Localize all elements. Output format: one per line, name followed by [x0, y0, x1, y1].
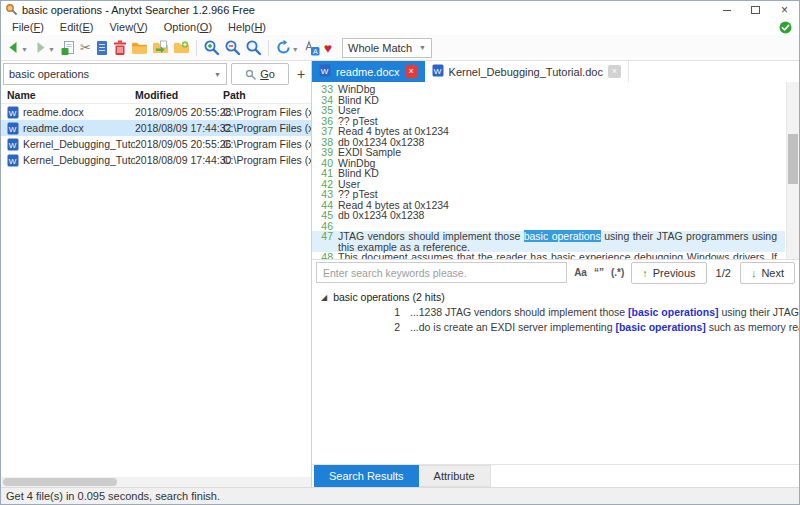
bottom-tab-attribute[interactable]: Attribute	[419, 465, 491, 487]
menu-item-edit[interactable]: Edit(E)	[52, 21, 102, 33]
document-line: 33WinDbg	[312, 84, 785, 95]
file-search-panel: basic operations ▼ Go + Name Modified Pa…	[1, 61, 312, 487]
results-group[interactable]: ◢ basic operations (2 hits)	[312, 290, 799, 305]
file-table-header: Name Modified Path	[1, 87, 311, 104]
file-name-cell: Wreadme.docx	[1, 106, 135, 119]
line-number: 48	[312, 252, 338, 260]
folder-icon	[131, 41, 148, 55]
menu-item-file[interactable]: File(F)	[4, 21, 52, 33]
delete-button[interactable]	[111, 37, 129, 58]
chevron-down-icon: ▼	[214, 71, 221, 78]
search-query-value: basic operations	[9, 68, 89, 80]
close-button[interactable]: ×	[770, 1, 799, 19]
window-title: basic operations - Anytxt Searcher 1.2.9…	[22, 4, 255, 16]
svg-text:W: W	[9, 124, 17, 133]
arrow-up-icon: ↑	[642, 267, 648, 279]
menu-item-option[interactable]: Option(O)	[156, 21, 220, 33]
match-mode-select[interactable]: Whole Match ▼	[342, 38, 432, 58]
line-number: 35	[312, 105, 338, 116]
tab-close-icon[interactable]: ×	[405, 65, 418, 78]
match-case-button[interactable]: Aa	[574, 267, 587, 278]
horizontal-scrollbar[interactable]	[1, 477, 311, 487]
previous-button[interactable]: ↑ Previous	[631, 262, 706, 284]
line-text: WinDbg	[338, 158, 785, 169]
statusbar: Get 4 file(s) in 0.095 seconds, search f…	[1, 487, 799, 504]
file-row[interactable]: Wreadme.docx2018/09/05 20:55:28C:\Progra…	[1, 104, 311, 120]
cut-button[interactable]: ✂	[78, 37, 93, 58]
new-document-button[interactable]	[58, 37, 78, 58]
back-button[interactable]: ▼	[4, 37, 31, 58]
search-results-panel: ◢ basic operations (2 hits) 1...1238 JTA…	[312, 286, 799, 466]
zoom-out-button[interactable]	[222, 37, 243, 58]
file-name: Kernel_Debugging_Tutorial....	[23, 138, 135, 150]
file-name-cell: Wreadme.docx	[1, 122, 135, 135]
line-text: User	[338, 105, 785, 116]
regex-button[interactable]: (.*)	[611, 267, 624, 278]
forward-button[interactable]: ▼	[31, 37, 58, 58]
result-match: [basic operations]	[615, 321, 705, 333]
document-tab[interactable]: WKernel_Debugging_Tutorial.doc×	[425, 61, 629, 82]
search-button[interactable]	[243, 37, 264, 58]
scrollbar-thumb[interactable]	[3, 478, 117, 486]
word-document-icon: W	[7, 122, 19, 135]
maximize-button[interactable]	[741, 1, 770, 19]
folder-import-button[interactable]	[150, 37, 171, 58]
file-modified: 2018/08/09 17:44:32	[135, 122, 223, 134]
paste-button[interactable]	[93, 37, 111, 58]
find-input[interactable]	[316, 262, 567, 283]
collapse-triangle-icon[interactable]: ◢	[321, 293, 327, 302]
line-text: JTAG vendors should implement those basi…	[338, 231, 785, 252]
word-document-icon: W	[7, 106, 19, 119]
font-button[interactable]: A	[302, 37, 322, 58]
document-line: 37Read 4 bytes at 0x1234	[312, 126, 785, 137]
line-text: WinDbg	[338, 84, 785, 95]
match-word-button[interactable]: “”	[594, 267, 604, 278]
titlebar: basic operations - Anytxt Searcher 1.2.9…	[1, 1, 799, 19]
menu-item-help[interactable]: Help(H)	[220, 21, 274, 33]
line-text: EXDI Sample	[338, 147, 785, 158]
svg-text:A: A	[313, 47, 318, 54]
file-row[interactable]: WKernel_Debugging_Tutorial....2018/08/09…	[1, 152, 311, 168]
line-number: 47	[312, 231, 338, 252]
scrollbar-thumb[interactable]	[788, 134, 798, 184]
toolbar-separator	[268, 40, 269, 56]
folder-button[interactable]	[129, 37, 150, 58]
svg-text:W: W	[433, 67, 441, 76]
column-header-modified[interactable]: Modified	[135, 89, 223, 101]
result-item[interactable]: 2...do is create an EXDI server implemen…	[312, 320, 799, 335]
tab-close-icon[interactable]: ×	[608, 65, 621, 78]
menu-items: File(F)Edit(E)View(V)Option(O)Help(H)	[4, 21, 274, 33]
file-path: C:\Program Files (x86)\	[223, 122, 311, 134]
toolbar: ▼ ▼ ✂	[1, 35, 799, 61]
result-item[interactable]: 1...1238 JTAG vendors should implement t…	[312, 305, 799, 320]
zoom-in-icon	[203, 39, 220, 56]
font-icon: A	[304, 40, 320, 56]
minimize-button[interactable]	[712, 1, 741, 19]
file-name: readme.docx	[23, 106, 84, 118]
add-tab-button[interactable]: +	[293, 66, 309, 82]
donate-button[interactable]: ♥	[322, 37, 334, 58]
file-row[interactable]: WKernel_Debugging_Tutorial....2018/09/05…	[1, 136, 311, 152]
document-tab[interactable]: Wreadme.docx×	[312, 61, 425, 82]
document-tabs: Wreadme.docx×WKernel_Debugging_Tutorial.…	[312, 61, 799, 82]
line-number: 45	[312, 210, 338, 221]
menu-item-view[interactable]: View(V)	[101, 21, 155, 33]
query-row: basic operations ▼ Go +	[1, 61, 311, 87]
document-line: 35User	[312, 105, 785, 116]
results-group-label: basic operations (2 hits)	[333, 291, 444, 303]
column-header-path[interactable]: Path	[223, 89, 311, 101]
search-query-combobox[interactable]: basic operations ▼	[3, 63, 227, 85]
bottom-tab-search-results[interactable]: Search Results	[314, 465, 419, 487]
matched-keyword: basic operations	[524, 230, 601, 242]
next-button[interactable]: ↓ Next	[740, 262, 795, 284]
vertical-scrollbar[interactable]	[786, 82, 799, 259]
zoom-in-button[interactable]	[201, 37, 222, 58]
folder-export-button[interactable]	[171, 37, 192, 58]
go-button[interactable]: Go	[231, 63, 289, 85]
find-bar: Aa “” (.*) ↑ Previous 1/2 ↓ Next	[312, 260, 799, 286]
app-icon	[5, 3, 17, 17]
column-header-name[interactable]: Name	[1, 89, 135, 101]
document-viewer[interactable]: 33WinDbg34Blind KD35User36?? pTest37Read…	[312, 82, 799, 260]
file-row[interactable]: Wreadme.docx2018/08/09 17:44:32C:\Progra…	[1, 120, 311, 136]
refresh-button[interactable]: ▼	[273, 37, 302, 58]
